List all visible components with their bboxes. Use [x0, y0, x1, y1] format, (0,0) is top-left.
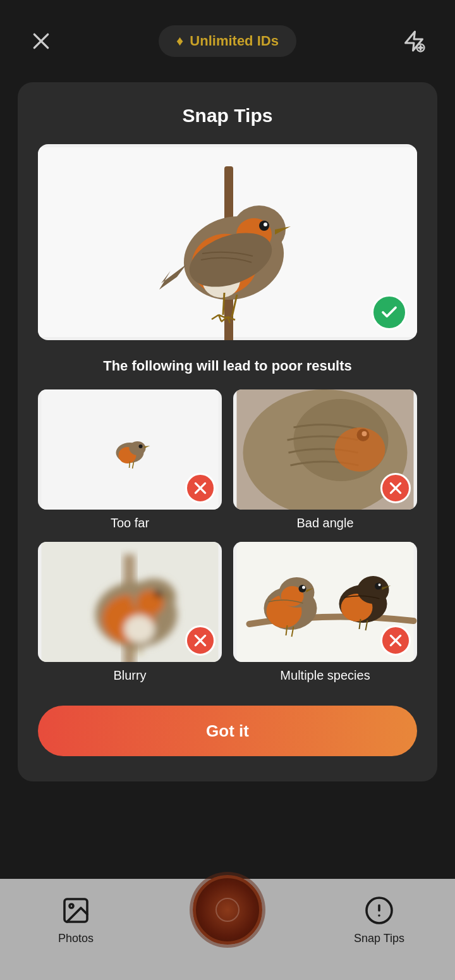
bad-example-blurry: Blurry: [38, 542, 222, 683]
good-bird-svg: [38, 144, 417, 340]
blurry-label: Blurry: [113, 668, 146, 683]
too-far-x-badge: [185, 473, 215, 503]
svg-point-53: [302, 586, 305, 589]
good-example-image: [38, 144, 417, 340]
got-it-label: Got it: [206, 721, 249, 741]
svg-point-42: [155, 590, 162, 597]
unlimited-ids-label: Unlimited IDs: [190, 33, 279, 49]
poor-results-label: The following will lead to poor results: [38, 358, 417, 374]
unlimited-ids-badge[interactable]: ♦ Unlimited IDs: [159, 25, 296, 57]
close-button[interactable]: [25, 25, 57, 57]
blurry-x-badge: [185, 625, 215, 656]
snap-tips-label: Snap Tips: [354, 932, 404, 945]
too-far-label: Too far: [111, 516, 149, 530]
bad-example-too-far: Too far: [38, 389, 222, 530]
bad-examples-grid: Too far: [38, 389, 417, 683]
x-icon-4: [387, 632, 404, 649]
flash-icon: [403, 30, 425, 52]
top-bar: ♦ Unlimited IDs: [0, 0, 455, 82]
x-icon-2: [387, 480, 404, 496]
photos-icon-svg: [61, 895, 91, 926]
shutter-button[interactable]: [193, 875, 262, 945]
multiple-species-label: Multiple species: [280, 668, 370, 683]
bad-example-multiple-species: Multiple species: [233, 542, 417, 683]
svg-line-16: [223, 293, 224, 315]
nav-photos[interactable]: Photos: [25, 894, 126, 945]
bad-angle-image: [233, 389, 417, 510]
x-icon: [192, 480, 209, 496]
svg-point-32: [335, 427, 385, 472]
svg-point-21: [130, 441, 146, 455]
svg-line-23: [130, 462, 130, 468]
svg-point-59: [375, 583, 382, 590]
svg-point-60: [379, 584, 381, 586]
photos-label: Photos: [58, 932, 94, 945]
svg-point-58: [358, 576, 389, 604]
multiple-species-x-badge: [380, 625, 411, 656]
diamond-icon: ♦: [176, 33, 183, 49]
shutter-icon: [212, 894, 243, 926]
bottom-navigation: Photos Snap Tips: [0, 879, 455, 980]
snap-tips-icon: [363, 894, 396, 927]
svg-point-52: [299, 585, 306, 592]
snap-tips-icon-svg: [364, 895, 394, 926]
good-check-badge: [372, 295, 407, 330]
bad-angle-label: Bad angle: [296, 516, 353, 530]
check-icon: [380, 303, 399, 322]
too-far-image: [38, 389, 222, 510]
nav-shutter[interactable]: [177, 894, 278, 945]
modal-title: Snap Tips: [38, 105, 417, 126]
bad-angle-x-badge: [380, 473, 411, 503]
blurry-image: [38, 542, 222, 662]
svg-point-14: [264, 223, 267, 226]
got-it-button[interactable]: Got it: [38, 706, 417, 756]
svg-point-67: [216, 898, 239, 921]
bad-example-bad-angle: Bad angle: [233, 389, 417, 530]
svg-point-39: [124, 615, 155, 643]
photos-icon: [59, 894, 92, 927]
svg-point-66: [70, 904, 73, 908]
nav-snap-tips[interactable]: Snap Tips: [329, 894, 430, 945]
svg-point-22: [139, 444, 143, 448]
snap-tips-modal: Snap Tips: [18, 82, 437, 781]
x-icon-3: [192, 632, 209, 649]
multiple-species-image: [233, 542, 417, 662]
flash-button[interactable]: [398, 25, 430, 57]
